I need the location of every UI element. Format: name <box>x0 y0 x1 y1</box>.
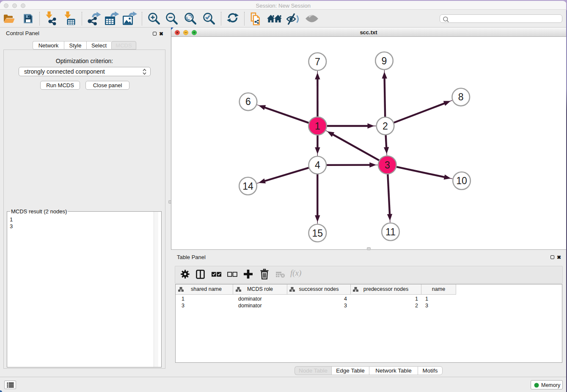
svg-text:3: 3 <box>385 160 390 171</box>
svg-text:9: 9 <box>382 55 387 66</box>
svg-text:4: 4 <box>315 160 320 171</box>
svg-text:11: 11 <box>385 226 396 237</box>
svg-text:7: 7 <box>315 56 320 67</box>
svg-text:10: 10 <box>456 175 467 186</box>
svg-text:8: 8 <box>458 91 464 102</box>
svg-text:15: 15 <box>312 228 323 239</box>
svg-text:2: 2 <box>383 121 388 132</box>
svg-text:6: 6 <box>245 96 251 107</box>
svg-text:1: 1 <box>315 121 320 132</box>
svg-text:14: 14 <box>242 181 253 192</box>
